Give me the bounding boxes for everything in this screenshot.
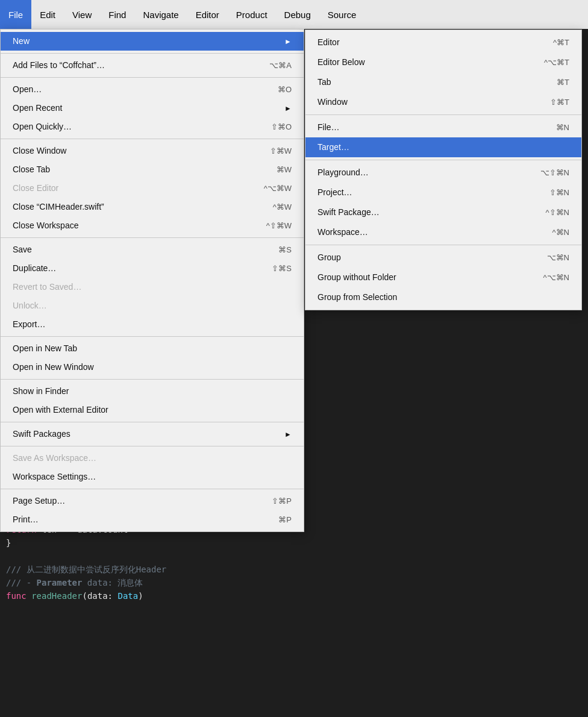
separator-4 bbox=[1, 237, 304, 238]
separator-8 bbox=[1, 446, 304, 446]
submenu-arrow-new: ► bbox=[284, 36, 292, 47]
submenu-item-target[interactable]: Target… bbox=[305, 137, 581, 157]
menu-item-close-window[interactable]: Close Window ⇧⌘W bbox=[1, 142, 304, 160]
submenu-item-file[interactable]: File… ⌘N bbox=[305, 117, 581, 137]
menu-item-save[interactable]: Save ⌘S bbox=[1, 240, 304, 259]
menu-item-export[interactable]: Export… bbox=[1, 315, 304, 334]
menu-bar-source[interactable]: Source bbox=[319, 0, 365, 29]
menu-item-open-new-window[interactable]: Open in New Window bbox=[1, 358, 304, 377]
menu-item-open-new-tab[interactable]: Open in New Tab bbox=[1, 339, 304, 358]
menu-bar-product[interactable]: Product bbox=[228, 0, 276, 29]
menu-item-open-external-editor[interactable]: Open with External Editor bbox=[1, 401, 304, 419]
separator-5 bbox=[1, 336, 304, 337]
menu-item-add-files[interactable]: Add Files to “Coffchat”… ⌥⌘A bbox=[1, 56, 304, 75]
submenu-item-project[interactable]: Project… ⇧⌘N bbox=[305, 183, 581, 202]
separator-9 bbox=[1, 489, 304, 489]
menu-bar-view[interactable]: View bbox=[64, 0, 100, 29]
submenu-item-editor-below[interactable]: Editor Below ^⌥⌘T bbox=[305, 52, 581, 72]
menu-bar-editor[interactable]: Editor bbox=[187, 0, 228, 29]
menu-item-open-recent[interactable]: Open Recent ► bbox=[1, 99, 304, 117]
menu-item-close-workspace[interactable]: Close Workspace ^⇧⌘W bbox=[1, 216, 304, 235]
separator-1 bbox=[1, 53, 304, 54]
menu-item-new[interactable]: New ► bbox=[1, 32, 304, 51]
submenu-arrow-swift-packages: ► bbox=[284, 429, 292, 440]
submenu-arrow-recent: ► bbox=[284, 103, 292, 114]
menu-item-workspace-settings[interactable]: Workspace Settings… bbox=[1, 468, 304, 486]
submenu-item-window[interactable]: Window ⇧⌘T bbox=[305, 92, 581, 112]
menu-item-swift-packages[interactable]: Swift Packages ► bbox=[1, 425, 304, 443]
new-submenu: Editor ^⌘T Editor Below ^⌥⌘T Tab ⌘T Wind… bbox=[305, 30, 582, 310]
submenu-separator-3 bbox=[305, 245, 581, 245]
submenu-item-editor[interactable]: Editor ^⌘T bbox=[305, 33, 581, 52]
menu-item-open-quickly[interactable]: Open Quickly… ⇧⌘O bbox=[1, 117, 304, 136]
file-menu-dropdown: New ► Add Files to “Coffchat”… ⌥⌘A Open…… bbox=[0, 29, 304, 532]
menu-item-open[interactable]: Open… ⌘O bbox=[1, 80, 304, 99]
menu-item-print[interactable]: Print… ⌘P bbox=[1, 510, 304, 529]
submenu-item-playground[interactable]: Playground… ⌥⇧⌘N bbox=[305, 163, 581, 183]
submenu-item-swift-package[interactable]: Swift Package… ^⇧⌘N bbox=[305, 202, 581, 222]
menu-item-close-file[interactable]: Close “CIMHeader.swift” ^⌘W bbox=[1, 198, 304, 216]
submenu-item-workspace[interactable]: Workspace… ^⌘N bbox=[305, 222, 581, 242]
menu-item-show-in-finder[interactable]: Show in Finder bbox=[1, 382, 304, 401]
menu-bar: File Edit View Find Navigate Editor Prod… bbox=[0, 0, 588, 29]
separator-6 bbox=[1, 379, 304, 380]
menu-item-close-tab[interactable]: Close Tab ⌘W bbox=[1, 160, 304, 179]
menu-item-duplicate[interactable]: Duplicate… ⇧⌘S bbox=[1, 259, 304, 278]
submenu-item-group-from-selection[interactable]: Group from Selection bbox=[305, 287, 581, 307]
separator-7 bbox=[1, 422, 304, 422]
submenu-item-group[interactable]: Group ⌥⌘N bbox=[305, 248, 581, 268]
menu-bar-navigate[interactable]: Navigate bbox=[134, 0, 187, 29]
separator-2 bbox=[1, 77, 304, 78]
menu-item-unlock[interactable]: Unlock… bbox=[1, 296, 304, 315]
menu-item-close-editor[interactable]: Close Editor ^⌥⌘W bbox=[1, 179, 304, 198]
menu-bar-debug[interactable]: Debug bbox=[276, 0, 319, 29]
submenu-item-tab[interactable]: Tab ⌘T bbox=[305, 72, 581, 92]
menu-item-save-as-workspace[interactable]: Save As Workspace… bbox=[1, 449, 304, 468]
menu-item-revert[interactable]: Revert to Saved… bbox=[1, 278, 304, 296]
menu-bar-find[interactable]: Find bbox=[100, 0, 134, 29]
menu-item-page-setup[interactable]: Page Setup… ⇧⌘P bbox=[1, 492, 304, 510]
submenu-separator-2 bbox=[305, 160, 581, 160]
menu-bar-edit[interactable]: Edit bbox=[31, 0, 64, 29]
menu-bar-file[interactable]: File bbox=[0, 0, 31, 29]
separator-3 bbox=[1, 139, 304, 139]
submenu-item-group-without-folder[interactable]: Group without Folder ^⌥⌘N bbox=[305, 268, 581, 287]
submenu-separator-1 bbox=[305, 114, 581, 115]
